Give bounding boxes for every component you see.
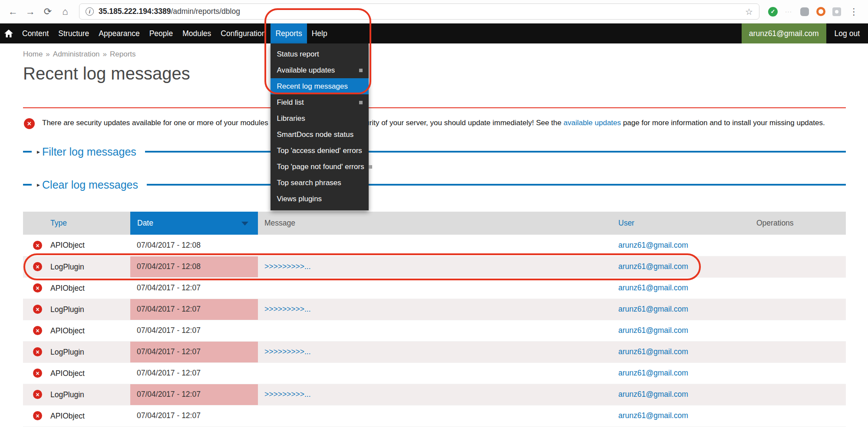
sort-type-link[interactable]: Type: [50, 219, 67, 227]
admin-toolbar: Content Structure Appearance People Modu…: [0, 23, 868, 43]
error-severity-icon: ×: [33, 326, 42, 335]
address-bar[interactable]: i 35.185.222.194:3389/admin/reports/dblo…: [79, 3, 759, 20]
toolbar-item-configuration[interactable]: Configuration: [216, 23, 271, 43]
log-message-link[interactable]: >>>>>>>>>...: [264, 347, 311, 356]
table-row: ×APIObject 07/04/2017 - 12:07 arunz61@gm…: [23, 405, 846, 426]
clear-fieldset: ▸ Clear log messages: [23, 176, 846, 193]
log-user-link[interactable]: arunz61@gmail.com: [618, 326, 688, 335]
log-type-label: APIObject: [50, 369, 85, 377]
forward-icon[interactable]: →: [23, 4, 38, 20]
back-icon[interactable]: ←: [5, 4, 21, 20]
toolbar-item-structure[interactable]: Structure: [53, 23, 94, 43]
available-updates-link[interactable]: available updates: [564, 119, 621, 127]
filter-log-messages-toggle[interactable]: Filter log messages: [42, 146, 136, 158]
check-badge-extension-icon[interactable]: ✓: [768, 7, 778, 17]
browser-menu-icon[interactable]: ⋮: [848, 7, 860, 17]
error-icon: ×: [24, 118, 35, 129]
collapsed-arrow-icon: ▸: [37, 148, 40, 155]
account-button[interactable]: arunz61@gmail.com: [742, 23, 826, 43]
dropdown-menu-item[interactable]: Libraries: [271, 110, 369, 126]
log-date-cell: 07/04/2017 - 12:07: [130, 299, 258, 320]
toolbar-item-content[interactable]: Content: [17, 23, 53, 43]
url-host: 35.185.222.194:3389: [99, 7, 171, 16]
breadcrumb-reports[interactable]: Reports: [110, 50, 136, 58]
toolbar-item-help[interactable]: Help: [307, 23, 332, 43]
log-user-link[interactable]: arunz61@gmail.com: [618, 347, 688, 356]
dropdown-menu-item[interactable]: Views plugins: [271, 191, 369, 207]
house-icon: [4, 30, 13, 37]
error-severity-icon: ×: [33, 411, 42, 420]
dropdown-menu-item[interactable]: Recent log messages: [271, 78, 369, 94]
error-severity-icon: ×: [33, 305, 42, 314]
breadcrumb-home[interactable]: Home: [23, 50, 43, 58]
log-message-cell: >>>>>>>>>...: [258, 256, 609, 277]
toolbar-item-reports[interactable]: Reports Status report Available updates …: [271, 23, 307, 43]
dropdown-item-label: Views plugins: [277, 194, 363, 204]
log-type-label: LogPlugin: [50, 390, 84, 399]
toolbar-item-appearance[interactable]: Appearance: [94, 23, 144, 43]
toolbar-item-people[interactable]: People: [145, 23, 178, 43]
capture-extension-icon[interactable]: [832, 7, 842, 17]
error-severity-icon: ×: [33, 241, 42, 250]
error-severity-icon: ×: [33, 262, 42, 271]
log-user-link[interactable]: arunz61@gmail.com: [618, 305, 688, 313]
log-operations-cell: [750, 341, 846, 362]
dropdown-menu-item[interactable]: Top 'page not found' errors: [271, 159, 369, 175]
dropdown-item-label: SmartDocs node status: [277, 130, 363, 140]
dropdown-item-label: Top 'access denied' errors: [277, 146, 363, 156]
account-email: arunz61@gmail.com: [749, 29, 819, 38]
dropdown-menu-item[interactable]: SmartDocs node status: [271, 126, 369, 143]
dropdown-menu-item[interactable]: Status report: [271, 46, 369, 62]
page-content: Home»Administration»Reports Recent log m…: [0, 43, 868, 427]
toolbar-item-modules[interactable]: Modules: [178, 23, 216, 43]
dropdown-menu-item[interactable]: Available updates: [271, 62, 369, 78]
page-info-icon[interactable]: i: [86, 7, 94, 16]
sort-user-link[interactable]: User: [618, 219, 634, 227]
admin-home-icon[interactable]: [0, 23, 17, 43]
gray-extension-icon[interactable]: [799, 7, 810, 17]
clear-log-messages-toggle[interactable]: Clear log messages: [42, 179, 138, 191]
log-user-link[interactable]: arunz61@gmail.com: [618, 262, 688, 271]
dots-extension-icon[interactable]: ···: [783, 7, 794, 17]
log-user-link[interactable]: arunz61@gmail.com: [618, 241, 688, 249]
dropdown-menu-item[interactable]: Field list: [271, 94, 369, 110]
toolbar-item-label: Structure: [58, 29, 89, 38]
reload-icon[interactable]: ⟳: [40, 4, 56, 20]
extensions-area: ✓ ··· ⋮: [766, 7, 863, 17]
log-type-cell: ×APIObject: [23, 405, 130, 426]
log-user-link[interactable]: arunz61@gmail.com: [618, 283, 688, 292]
dropdown-item-label: Field list: [277, 97, 355, 107]
table-row: ×APIObject 07/04/2017 - 12:08 arunz61@gm…: [23, 235, 846, 256]
dropdown-item-label: Status report: [277, 49, 363, 59]
log-message-link[interactable]: >>>>>>>>>...: [264, 262, 311, 271]
log-type-cell: ×APIObject: [23, 362, 130, 384]
log-type-cell: ×APIObject: [23, 235, 130, 256]
breadcrumb-administration[interactable]: Administration: [53, 50, 100, 58]
log-message-cell: [258, 235, 609, 256]
update-indicator-icon: [359, 101, 363, 104]
table-row: ×APIObject 07/04/2017 - 12:07 arunz61@gm…: [23, 320, 846, 341]
dropdown-menu-item[interactable]: Top 'access denied' errors: [271, 143, 369, 159]
log-user-cell: arunz61@gmail.com: [609, 299, 750, 320]
log-user-cell: arunz61@gmail.com: [609, 320, 750, 341]
log-date-cell: 07/04/2017 - 12:07: [130, 341, 258, 362]
table-body: ×APIObject 07/04/2017 - 12:08 arunz61@gm…: [23, 235, 846, 426]
log-type-label: APIObject: [50, 283, 85, 292]
header-operations: Operations: [750, 212, 846, 235]
orange-ring-extension-icon[interactable]: [815, 7, 826, 17]
log-user-link[interactable]: arunz61@gmail.com: [618, 390, 688, 399]
log-user-link[interactable]: arunz61@gmail.com: [618, 369, 688, 377]
log-type-cell: ×APIObject: [23, 320, 130, 341]
dropdown-menu-item[interactable]: Top search phrases: [271, 175, 369, 191]
header-date-sorted[interactable]: Date: [130, 212, 258, 235]
log-message-link[interactable]: >>>>>>>>>...: [264, 390, 311, 399]
logout-button[interactable]: Log out: [826, 23, 868, 43]
error-severity-icon: ×: [33, 369, 42, 378]
log-message-link[interactable]: >>>>>>>>>...: [264, 305, 311, 313]
log-operations-cell: [750, 362, 846, 384]
bookmark-star-icon[interactable]: ☆: [745, 7, 753, 17]
home-icon[interactable]: ⌂: [57, 4, 73, 20]
log-user-link[interactable]: arunz61@gmail.com: [618, 411, 688, 420]
log-message-cell: [258, 362, 609, 384]
log-type-cell: ×LogPlugin: [23, 384, 130, 405]
